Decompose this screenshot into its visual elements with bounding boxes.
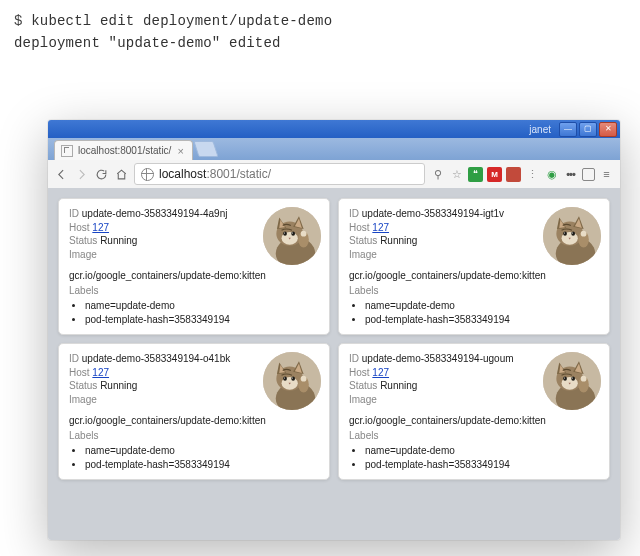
tab-title: localhost:8001/static/ [78, 145, 171, 156]
terminal-command: kubectl edit deployment/update-demo [31, 13, 332, 29]
pod-label-item: name=update-demo [85, 444, 319, 458]
svg-point-25 [563, 232, 567, 236]
pod-status-value: Running [380, 235, 417, 246]
pod-label-item: pod-template-hash=3583349194 [365, 458, 599, 472]
svg-point-42 [291, 377, 295, 381]
window-maximize-button[interactable]: ▢ [579, 122, 597, 137]
pod-host-link[interactable]: 127 [372, 222, 389, 233]
devtools-ext-icon[interactable] [582, 168, 595, 181]
svg-point-10 [291, 232, 295, 236]
nav-reload-button[interactable] [94, 167, 109, 182]
pod-image-label: Image [69, 394, 97, 405]
svg-point-59 [564, 378, 565, 379]
pod-host-link[interactable]: 127 [92, 222, 109, 233]
pod-idrow-label: ID [349, 353, 362, 364]
pod-label-item: name=update-demo [85, 299, 319, 313]
pod-id-value: update-demo-3583349194-ugoum [362, 353, 514, 364]
browser-window: janet — ▢ ✕ localhost:8001/static/ × loc… [48, 120, 620, 540]
svg-point-26 [571, 232, 575, 236]
pod-status-label: Status [69, 380, 100, 391]
pod-host-value: 127 [372, 367, 389, 378]
more-ext-icon[interactable]: ••• [563, 167, 578, 182]
terminal-block: $ kubectl edit deployment/update-demo de… [0, 0, 640, 55]
page-viewport[interactable]: ID update-demo-3583349194-4a9njHost 127S… [48, 188, 620, 540]
svg-point-57 [563, 377, 567, 381]
pod-id-value: update-demo-3583349194-4a9nj [82, 208, 228, 219]
terminal-prompt: $ [14, 13, 31, 29]
search-icon[interactable]: ⚲ [430, 167, 445, 182]
pod-image-label: Image [349, 394, 377, 405]
svg-point-60 [572, 378, 573, 379]
pod-host-link[interactable]: 127 [372, 367, 389, 378]
svg-point-43 [284, 378, 285, 379]
svg-point-15 [301, 231, 307, 237]
pod-image-label: Image [349, 249, 377, 260]
svg-point-47 [301, 376, 307, 382]
window-username: janet [529, 124, 551, 135]
window-close-button[interactable]: ✕ [599, 122, 617, 137]
pod-host-label: Host [349, 367, 372, 378]
pod-status-value: Running [100, 235, 137, 246]
new-tab-button[interactable] [193, 141, 218, 157]
svg-point-28 [572, 233, 573, 234]
url-path: :8001/static/ [206, 167, 271, 181]
browser-tab[interactable]: localhost:8001/static/ × [54, 140, 193, 160]
tab-favicon-icon [61, 145, 73, 157]
pod-image-label: Image [69, 249, 97, 260]
pod-status-label: Status [349, 380, 380, 391]
pod-host-value: 127 [92, 222, 109, 233]
svg-point-44 [292, 378, 293, 379]
browser-tabstrip: localhost:8001/static/ × [48, 138, 620, 160]
pod-image-path: gcr.io/google_containers/update-demo:kit… [349, 269, 599, 283]
gmail-ext-icon[interactable]: M [487, 167, 502, 182]
pod-image-path: gcr.io/google_containers/update-demo:kit… [69, 414, 319, 428]
pod-labels-list: name=update-demopod-template-hash=358334… [365, 444, 599, 471]
hangouts-ext-icon[interactable]: ❝ [468, 167, 483, 182]
omnibox[interactable]: localhost:8001/static/ [134, 163, 425, 185]
browser-toolbar: localhost:8001/static/ ⚲ ☆ ❝ M ⋮ ◉ ••• ≡ [48, 160, 620, 189]
pod-status-label: Status [349, 235, 380, 246]
pod-labels-label: Labels [69, 429, 319, 443]
terminal-output: deployment "update-demo" edited [14, 32, 626, 54]
pod-image-kitten [543, 352, 601, 410]
pod-label-item: pod-template-hash=3583349194 [85, 458, 319, 472]
nav-forward-button[interactable] [74, 167, 89, 182]
star-bookmark-icon[interactable]: ☆ [449, 167, 464, 182]
pod-card: ID update-demo-3583349194-igt1vHost 127S… [338, 198, 610, 335]
pod-host-label: Host [69, 367, 92, 378]
pod-image-kitten [263, 352, 321, 410]
pod-label-item: name=update-demo [365, 444, 599, 458]
pod-status-value: Running [380, 380, 417, 391]
pod-label-item: name=update-demo [365, 299, 599, 313]
svg-point-41 [283, 377, 287, 381]
pod-image-kitten [543, 207, 601, 265]
pod-image-path: gcr.io/google_containers/update-demo:kit… [69, 269, 319, 283]
pod-id-value: update-demo-3583349194-o41bk [82, 353, 230, 364]
tab-close-icon[interactable]: × [171, 145, 183, 157]
svg-point-27 [564, 233, 565, 234]
nav-home-button[interactable] [114, 167, 129, 182]
pod-image-path: gcr.io/google_containers/update-demo:kit… [349, 414, 599, 428]
pod-card: ID update-demo-3583349194-o41bkHost 127S… [58, 343, 330, 480]
nav-back-button[interactable] [54, 167, 69, 182]
pod-host-value: 127 [372, 222, 389, 233]
chrome-menu-icon[interactable]: ≡ [599, 167, 614, 182]
red-ext-icon[interactable] [506, 167, 521, 182]
green-dot-ext-icon[interactable]: ◉ [544, 167, 559, 182]
pod-labels-list: name=update-demopod-template-hash=358334… [85, 299, 319, 326]
pod-labels-label: Labels [349, 284, 599, 298]
pod-image-kitten [263, 207, 321, 265]
pod-idrow-label: ID [69, 208, 82, 219]
pod-card: ID update-demo-3583349194-4a9njHost 127S… [58, 198, 330, 335]
pod-status-label: Status [69, 235, 100, 246]
pod-status-value: Running [100, 380, 137, 391]
pod-labels-list: name=update-demopod-template-hash=358334… [85, 444, 319, 471]
svg-point-12 [292, 233, 293, 234]
pod-card: ID update-demo-3583349194-ugoumHost 127S… [338, 343, 610, 480]
pod-labels-label: Labels [349, 429, 599, 443]
site-identity-icon [141, 168, 154, 181]
pod-host-link[interactable]: 127 [92, 367, 109, 378]
svg-point-9 [283, 232, 287, 236]
window-minimize-button[interactable]: — [559, 122, 577, 137]
terminal-command-line: $ kubectl edit deployment/update-demo [14, 10, 626, 32]
